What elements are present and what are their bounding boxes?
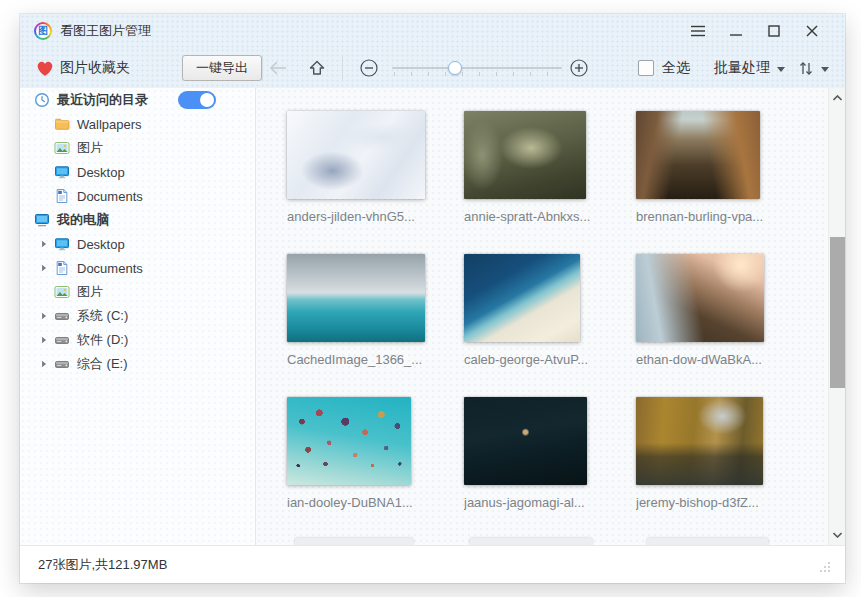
image-filename: jeremy-bishop-d3fZ... [636, 495, 796, 510]
sidebar-item-label: 软件 (D:) [77, 331, 128, 349]
sidebar-item-label: 系统 (C:) [77, 307, 128, 325]
sidebar: 最近访问的目录 Wallpapers 图片 [20, 88, 256, 545]
toggle-knob [200, 93, 214, 107]
image-thumbnail[interactable] [287, 254, 425, 342]
desktop-icon [54, 236, 70, 252]
sidebar-item-label: Desktop [77, 165, 125, 180]
expand-arrow-icon[interactable] [40, 240, 48, 248]
chevron-up-icon [833, 95, 842, 101]
image-grid: anders-jilden-vhnG5... annie-spratt-Abnk… [256, 88, 828, 545]
zoom-out-button[interactable] [360, 59, 378, 77]
titlebar[interactable]: 图 看图王图片管理 [20, 14, 845, 48]
image-thumbnail[interactable] [287, 397, 411, 485]
window-controls [679, 14, 831, 48]
image-thumbnail[interactable] [464, 111, 586, 199]
chevron-down-icon [821, 67, 829, 72]
sidebar-item-drive-e[interactable]: 综合 (E:) [20, 352, 255, 376]
image-filename: CachedImage_1366_... [287, 352, 464, 367]
image-item[interactable]: caleb-george-AtvuP... [464, 254, 636, 368]
image-item[interactable]: jeremy-bishop-d3fZ... [636, 397, 796, 511]
image-item[interactable]: jaanus-jagomagi-al... [464, 397, 636, 511]
drive-icon [54, 356, 70, 372]
image-item[interactable]: annie-spratt-Abnkxs... [464, 111, 636, 225]
recent-toggle-switch[interactable] [178, 91, 216, 109]
zoom-in-icon [570, 59, 588, 77]
sidebar-item-label: Documents [77, 261, 143, 276]
chevron-down-icon [833, 532, 842, 538]
app-logo-glyph: 图 [36, 24, 50, 38]
chevron-down-icon [777, 67, 785, 72]
image-thumbnail[interactable] [464, 254, 580, 342]
sidebar-item-desktop[interactable]: Desktop [20, 232, 255, 256]
document-icon [54, 188, 70, 204]
sort-dropdown[interactable] [798, 48, 829, 88]
select-all-checkbox[interactable] [638, 60, 654, 76]
back-icon [268, 60, 288, 76]
drive-icon [54, 308, 70, 324]
scrollbar-thumb[interactable] [830, 237, 845, 388]
folder-icon [54, 116, 70, 132]
sidebar-item-label: 图片 [77, 283, 103, 301]
minimize-button[interactable] [717, 14, 755, 48]
home-up-icon [308, 59, 326, 77]
sidebar-item-wallpapers[interactable]: Wallpapers [20, 112, 255, 136]
scroll-up-button[interactable] [829, 90, 845, 106]
sidebar-item-desktop-recent[interactable]: Desktop [20, 160, 255, 184]
sidebar-section-recent[interactable]: 最近访问的目录 [20, 88, 255, 112]
image-filename: ethan-dow-dWaBkA... [636, 352, 796, 367]
image-filename: brennan-burling-vpa... [636, 209, 796, 224]
sidebar-item-documents-recent[interactable]: Documents [20, 184, 255, 208]
sidebar-item-label: Documents [77, 189, 143, 204]
sidebar-section-computer[interactable]: 我的电脑 [20, 208, 255, 232]
image-filename: ian-dooley-DuBNA1... [287, 495, 464, 510]
zoom-slider-track[interactable] [392, 67, 562, 69]
image-item[interactable]: ethan-dow-dWaBkA... [636, 254, 796, 368]
favorites-label: 图片收藏夹 [60, 48, 130, 88]
image-item[interactable]: brennan-burling-vpa... [636, 111, 796, 225]
image-item[interactable]: ian-dooley-DuBNA1... [287, 397, 464, 511]
image-thumbnail[interactable] [464, 397, 587, 485]
back-button[interactable] [268, 48, 288, 88]
sidebar-item-drive-d[interactable]: 软件 (D:) [20, 328, 255, 352]
zoom-in-button[interactable] [570, 59, 588, 77]
close-button[interactable] [793, 14, 831, 48]
toolbar-divider [262, 56, 263, 80]
expand-arrow-icon[interactable] [40, 264, 48, 272]
pictures-icon [54, 140, 70, 156]
image-grid-area: anders-jilden-vhnG5... annie-spratt-Abnk… [256, 88, 845, 545]
expand-arrow-icon[interactable] [40, 336, 48, 344]
image-thumbnail[interactable] [636, 111, 760, 199]
export-button[interactable]: 一键导出 [182, 55, 262, 81]
sidebar-item-documents[interactable]: Documents [20, 256, 255, 280]
up-home-button[interactable] [308, 48, 326, 88]
expand-arrow-icon[interactable] [40, 312, 48, 320]
zoom-slider[interactable] [392, 48, 562, 88]
sidebar-item-pictures[interactable]: 图片 [20, 280, 255, 304]
sidebar-item-drive-c[interactable]: 系统 (C:) [20, 304, 255, 328]
sidebar-item-pictures-recent[interactable]: 图片 [20, 136, 255, 160]
drive-icon [54, 332, 70, 348]
sidebar-item-label: Wallpapers [77, 117, 142, 132]
batch-process-dropdown[interactable]: 批量处理 [714, 48, 785, 88]
zoom-slider-ticks [394, 72, 562, 76]
sidebar-section-label: 最近访问的目录 [57, 91, 148, 109]
image-thumbnail[interactable] [636, 254, 764, 342]
image-thumbnail[interactable] [287, 111, 425, 199]
image-filename: jaanus-jagomagi-al... [464, 495, 636, 510]
image-item[interactable]: anders-jilden-vhnG5... [287, 111, 464, 225]
minimize-icon [730, 25, 742, 37]
app-logo-icon: 图 [34, 22, 52, 40]
image-thumbnail[interactable] [636, 397, 763, 485]
resize-grip[interactable] [819, 559, 831, 577]
menu-button[interactable] [679, 14, 717, 48]
statusbar: 27张图片,共121.97MB [20, 545, 845, 583]
expand-arrow-icon[interactable] [40, 360, 48, 368]
image-item[interactable]: CachedImage_1366_... [287, 254, 464, 368]
toolbar: 图片收藏夹 一键导出 全选 批量处理 [20, 48, 845, 88]
select-all-label[interactable]: 全选 [662, 48, 690, 88]
maximize-button[interactable] [755, 14, 793, 48]
scroll-down-button[interactable] [829, 527, 845, 543]
vertical-scrollbar[interactable] [828, 88, 845, 545]
desktop-icon [54, 164, 70, 180]
zoom-slider-thumb[interactable] [448, 61, 462, 75]
